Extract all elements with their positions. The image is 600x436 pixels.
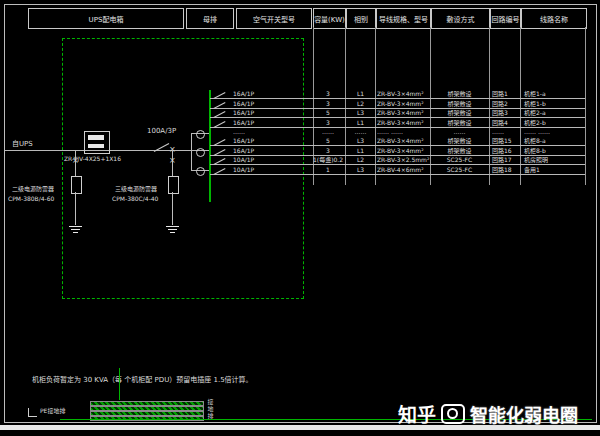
circuit-capacity: 3 [310,147,346,154]
spd2-model: CPM-380B/4-60 [8,195,54,202]
circuit-line [210,98,585,99]
circuit-capacity: 5 [310,109,346,116]
spd2-switch-x: × [72,157,79,165]
circuit-circuit-no: 回路1 [492,90,520,97]
circuit-laying: SC25-FC [431,156,488,163]
circuit-capacity: 3 [310,100,346,107]
circuit-capacity: 5 [310,137,346,144]
circuit-circuit-no: 回路2 [492,100,520,107]
circuit-circuit-no: 回路3 [492,109,520,116]
meter-bar [88,144,104,148]
circuit-name: 机柜1-b [524,100,584,107]
spd3-down [172,192,173,225]
circuit-wire: …… …… [377,128,431,135]
load-note: 机柜负荷暂定为 30 KVA（每 个机柜配 PDU）预留电插座 1.5倍计算。 [32,376,253,384]
cad-drawing: UPS配电箱母排空气开关型号容量(KW)相别导线规格、型号敷设方式回路编号线路名… [0,0,600,436]
spd3-ground [170,232,175,233]
circuit-laying: …… [431,128,488,135]
phase-terminal [196,148,205,157]
circuit-laying: 桥架敷设 [431,137,488,144]
circuit-capacity: 3 [310,90,346,97]
meter-bar [88,135,104,140]
ground-label: PE接地排 [40,407,65,414]
circuit-wire: ZR-BV-3×4mm² [377,137,431,144]
circuit-circuit-no: …… [492,128,520,135]
circuit-breaker: 16A/1P [233,100,275,107]
circuit-laying: 桥架敷设 [431,90,488,97]
circuit-phase: L1 [346,90,375,97]
phase-terminal [196,167,205,176]
watermark-brand: 知乎 [398,400,436,427]
camera-icon [441,404,465,424]
circuit-wire: ZR-BV-3×4mm² [377,90,431,97]
circuit-breaker: 10A/1P [233,166,275,173]
busbar [209,90,211,202]
spd3-ground [168,229,177,230]
column-guide [375,27,376,185]
circuit-circuit-no: 回路16 [492,147,520,154]
circuit-circuit-no: 回路17 [492,156,520,163]
spd2-ground [69,226,82,227]
circuit-name: 机柜2-a [524,109,584,116]
circuit-line [210,145,585,146]
circuit-circuit-no: 回路15 [492,137,520,144]
circuit-name: …… …… [524,128,584,135]
circuit-breaker: 16A/1P [233,137,275,144]
spd3-arrester [168,176,179,194]
main-breaker-label: 100A/3P [147,127,176,135]
header-cell: 敷设方式 [431,8,490,29]
circuit-name: 机柜2-b [524,119,584,126]
circuit-wire: ZR-BV-3×2.5mm² [377,156,431,163]
circuit-capacity: 1(每盏)0.2 [310,156,346,163]
circuit-line [210,164,585,165]
header-cell: 母排 [186,8,234,29]
phase-split-line [191,133,192,171]
circuit-phase: L2 [346,156,375,163]
spd3-model: CPM-380C/4-40 [112,195,158,202]
circuit-phase: L1 [346,119,375,126]
column-guide [489,27,490,185]
circuit-breaker: …… [233,128,275,135]
spd2-down [75,192,76,225]
phase-terminal [196,130,205,139]
circuit-capacity: …… [310,128,346,135]
circuit-name: 机房照明 [524,156,584,163]
circuit-circuit-no: 回路18 [492,166,520,173]
circuit-breaker: 16A/1P [233,109,275,116]
circuit-wire: ZR-BV-3×4mm² [377,109,431,116]
header-cell: 容量(KW) [313,8,346,29]
circuit-phase: L1 [346,147,375,154]
spd3-ground [166,226,179,227]
circuit-laying: 桥架敷设 [431,109,488,116]
ground-side-label: 接地排 [206,399,215,420]
circuit-laying: SC25-FC [431,166,488,173]
ground-bracket [28,408,37,417]
circuit-breaker: 16A/1P [233,119,275,126]
spd2-name: 二级电源防雷器 [12,185,54,192]
circuit-breaker: 10A/1P [233,156,275,163]
header-cell: 空气开关型号 [236,8,312,29]
header-cell: UPS配电箱 [28,8,184,29]
circuit-laying: 桥架敷设 [431,100,488,107]
header-cell: 回路编号 [490,8,521,29]
header-cell: 相别 [346,8,376,29]
circuit-line [210,174,585,175]
source-label: 自UPS [12,140,33,148]
circuit-phase: …… [346,128,375,135]
circuit-wire: ZR-BV-3×4mm² [377,100,431,107]
watermark-account: 智能化弱电圈 [470,401,578,427]
circuit-circuit-no: 回路4 [492,119,520,126]
circuit-wire: ZR-BV-4×6mm² [377,166,431,173]
circuit-laying: 桥架敷设 [431,119,488,126]
circuit-name: 机柜8-a [524,137,584,144]
circuit-phase: L2 [346,100,375,107]
header-cell: 导线规格、型号 [376,8,431,29]
circuit-laying: 桥架敷设 [431,147,488,154]
spd3-switch-x: × [169,157,176,165]
circuit-breaker: 16A/1P [233,147,275,154]
circuit-capacity: 1 [310,166,346,173]
circuit-name: 机柜8-b [524,147,584,154]
spd3-name: 三级电源防雷器 [115,185,157,192]
circuit-name: 机柜1-a [524,90,584,97]
column-guide [585,27,586,185]
